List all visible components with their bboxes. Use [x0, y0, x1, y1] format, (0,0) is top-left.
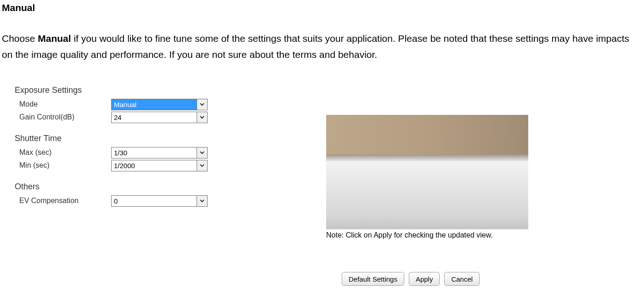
chevron-down-icon[interactable] [197, 196, 207, 206]
select-shutter-max[interactable]: 1/30 [111, 147, 208, 159]
label-mode: Mode [15, 100, 111, 108]
default-settings-button[interactable]: Default Settings [342, 272, 404, 286]
select-gain-value: 24 [112, 112, 197, 123]
preview-note: Note: Click on Apply for checking the up… [326, 231, 528, 239]
row-mode: Mode Manual [15, 98, 642, 111]
preview-panel: Note: Click on Apply for checking the up… [326, 115, 528, 239]
select-shutter-max-value: 1/30 [112, 147, 197, 158]
chevron-down-icon[interactable] [197, 147, 207, 158]
label-shutter-min: Min (sec) [15, 161, 111, 170]
select-ev[interactable]: 0 [111, 195, 208, 207]
label-ev: EV Compensation [15, 197, 111, 205]
select-mode[interactable]: Manual [111, 99, 208, 110]
chevron-down-icon[interactable] [197, 99, 207, 110]
select-ev-value: 0 [112, 196, 197, 206]
para-text: if you would like to fine tune some of t… [2, 33, 629, 60]
button-row: Default Settings Apply Cancel [342, 272, 480, 286]
select-shutter-min[interactable]: 1/2000 [111, 160, 208, 171]
chevron-down-icon[interactable] [197, 112, 207, 123]
section-heading: Manual [2, 2, 642, 13]
section-description: Choose Manual if you would like to fine … [2, 31, 642, 62]
apply-button[interactable]: Apply [409, 272, 440, 286]
group-title-exposure: Exposure Settings [15, 85, 642, 95]
select-mode-value: Manual [112, 99, 197, 110]
cancel-button[interactable]: Cancel [444, 272, 480, 286]
para-text: Choose [2, 33, 38, 44]
label-shutter-max: Max (sec) [15, 148, 111, 157]
para-bold: Manual [38, 33, 71, 44]
label-gain: Gain Control(dB) [15, 113, 111, 121]
select-shutter-min-value: 1/2000 [112, 160, 197, 171]
select-gain[interactable]: 24 [111, 112, 208, 123]
chevron-down-icon[interactable] [197, 160, 207, 171]
preview-image [326, 115, 528, 229]
page: Manual Choose Manual if you would like t… [0, 0, 644, 289]
